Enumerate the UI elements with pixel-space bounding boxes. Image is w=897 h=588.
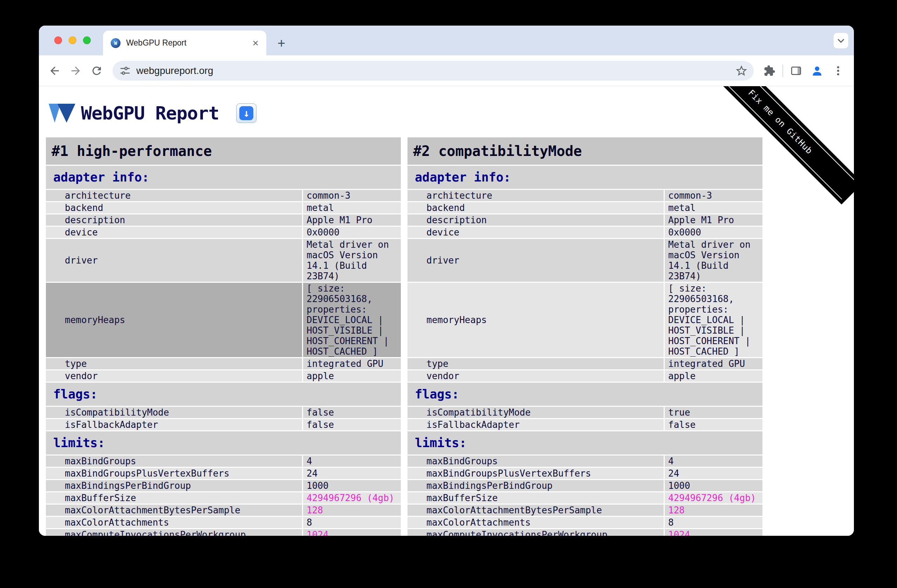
row-key: architecture	[407, 190, 664, 201]
table-row: maxColorAttachmentBytesPerSample128	[46, 505, 401, 516]
window-close-button[interactable]	[54, 37, 62, 44]
row-key: driver	[407, 239, 664, 282]
row-value: 128	[665, 505, 762, 516]
site-info-icon[interactable]	[119, 65, 131, 77]
page-title: WebGPU Report	[81, 103, 219, 124]
row-value: 1024	[303, 529, 401, 536]
close-tab-icon[interactable]: ×	[251, 38, 260, 48]
row-value: apple	[303, 371, 401, 381]
row-key: type	[46, 358, 302, 369]
row-key: memoryHeaps	[407, 283, 664, 357]
table-row: maxBindGroups4	[407, 456, 762, 467]
row-key: isFallbackAdapter	[46, 419, 302, 430]
row-value: Apple M1 Pro	[303, 214, 401, 226]
table-row: maxColorAttachments8	[407, 517, 762, 528]
row-value: 1024	[665, 529, 762, 536]
extensions-button[interactable]	[761, 63, 778, 79]
back-icon	[48, 64, 61, 77]
table-row: maxBindGroupsPlusVertexBuffers24	[407, 468, 762, 479]
row-value: false	[303, 419, 401, 430]
row-key: maxColorAttachments	[46, 517, 302, 528]
row-key: driver	[46, 239, 302, 282]
bookmark-star-icon[interactable]	[735, 64, 748, 77]
row-value: Apple M1 Pro	[665, 214, 762, 226]
row-value: 4294967296 (4gb)	[665, 492, 762, 504]
table-row: maxBindingsPerBindGroup1000	[46, 480, 401, 491]
toolbar-separator	[782, 64, 783, 77]
panel-title: #2 compatibilityMode	[407, 137, 762, 165]
extensions-puzzle-icon	[764, 65, 775, 77]
row-key: backend	[407, 202, 664, 213]
row-value: integrated GPU	[665, 358, 762, 369]
row-key: maxBindGroupsPlusVertexBuffers	[46, 468, 302, 479]
table-row: backendmetal	[46, 202, 401, 213]
row-key: description	[407, 214, 664, 226]
row-key: vendor	[46, 371, 302, 381]
row-value: metal	[665, 202, 762, 213]
browser-tab[interactable]: W WebGPU Report ×	[103, 31, 266, 55]
back-button[interactable]	[47, 63, 63, 79]
row-key: maxBindGroups	[407, 456, 664, 467]
row-key: isFallbackAdapter	[407, 419, 664, 430]
row-value: 4	[303, 456, 401, 467]
row-key: memoryHeaps	[46, 283, 302, 357]
table-row: isFallbackAdapterfalse	[46, 419, 401, 430]
new-tab-button[interactable]: +	[272, 34, 291, 52]
table-row: maxBufferSize4294967296 (4gb)	[46, 492, 401, 504]
download-report-button[interactable]: ↓	[236, 103, 257, 123]
reload-button[interactable]	[89, 63, 105, 79]
section-header: limits:	[407, 431, 762, 455]
table-row: isCompatibilityModetrue	[407, 407, 762, 418]
table-row: memoryHeaps[ size: 22906503168, properti…	[407, 283, 762, 357]
row-key: maxBufferSize	[46, 492, 302, 504]
menu-button[interactable]	[830, 63, 846, 79]
table-row: backendmetal	[407, 202, 762, 213]
row-key: maxBufferSize	[407, 492, 664, 504]
url-text[interactable]: webgpureport.org	[136, 65, 735, 77]
row-key: isCompatibilityMode	[46, 407, 302, 418]
row-key: maxBindingsPerBindGroup	[46, 480, 302, 491]
row-value: integrated GPU	[303, 358, 401, 369]
table-row: vendorapple	[407, 371, 762, 381]
window-zoom-button[interactable]	[83, 37, 91, 44]
row-key: architecture	[46, 190, 302, 201]
profile-button[interactable]	[809, 63, 825, 79]
row-value: 4294967296 (4gb)	[303, 492, 401, 504]
row-value: [ size: 22906503168, properties: DEVICE_…	[303, 283, 401, 357]
row-value: Metal driver on macOS Version 14.1 (Buil…	[303, 239, 401, 282]
reload-icon	[90, 64, 103, 77]
row-value: 8	[665, 517, 762, 528]
address-bar[interactable]: webgpureport.org	[112, 61, 754, 81]
table-row: maxBindingsPerBindGroup1000	[407, 480, 762, 491]
forward-button[interactable]	[67, 63, 84, 79]
row-key: description	[46, 214, 302, 226]
row-key: maxComputeInvocationsPerWorkgroup	[407, 529, 664, 536]
tab-title: WebGPU Report	[126, 38, 251, 47]
row-value: 24	[303, 468, 401, 479]
section-header: limits:	[46, 431, 401, 455]
table-row: driverMetal driver on macOS Version 14.1…	[46, 239, 401, 282]
table-row: maxComputeInvocationsPerWorkgroup1024	[46, 529, 401, 536]
section-header: adapter info:	[407, 166, 762, 189]
row-value: 1000	[303, 480, 401, 491]
profile-avatar-icon	[811, 64, 824, 77]
forward-icon	[69, 64, 82, 77]
row-key: device	[46, 227, 302, 238]
page-header: WebGPU Report ↓	[48, 103, 854, 123]
window-minimize-button[interactable]	[69, 37, 77, 44]
tab-overflow-button[interactable]	[834, 33, 848, 48]
section-header: flags:	[46, 383, 401, 406]
table-row: descriptionApple M1 Pro	[46, 214, 401, 226]
table-row: maxColorAttachmentBytesPerSample128	[407, 505, 762, 516]
table-row: vendorapple	[46, 371, 401, 381]
side-panel-button[interactable]	[788, 63, 804, 79]
row-value: apple	[665, 371, 762, 381]
table-row: maxBindGroupsPlusVertexBuffers24	[46, 468, 401, 479]
adapter-panels: #1 high-performanceadapter info:architec…	[46, 137, 854, 536]
browser-window: W WebGPU Report × +	[39, 26, 854, 536]
tab-favicon-icon: W	[111, 38, 121, 48]
row-value: 1000	[665, 480, 762, 491]
table-row: descriptionApple M1 Pro	[407, 214, 762, 226]
section-header: adapter info:	[46, 166, 401, 189]
section-header: flags:	[407, 383, 762, 406]
